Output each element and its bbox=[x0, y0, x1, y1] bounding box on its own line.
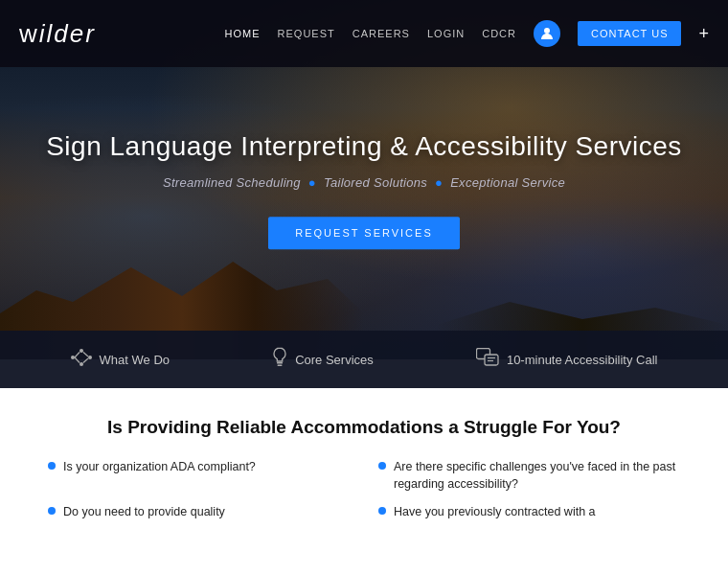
network-icon bbox=[71, 349, 92, 370]
svg-point-3 bbox=[80, 362, 83, 366]
svg-rect-10 bbox=[278, 365, 283, 367]
bullet-item-1: Are there specific challenges you've fac… bbox=[378, 459, 680, 493]
subtitle-part1: Streamlined Scheduling bbox=[163, 175, 301, 190]
bullet-text-0: Is your organization ADA compliant? bbox=[63, 459, 256, 476]
subtitle-part2: Tailored Solutions bbox=[324, 175, 427, 190]
nav-link-home[interactable]: HOME bbox=[225, 28, 261, 39]
svg-point-0 bbox=[544, 28, 550, 34]
bullet-item-3: Have you previously contracted with a bbox=[378, 504, 680, 521]
nav-links: HOME REQUEST CAREERS LOGIN CDCR CONTACT … bbox=[225, 20, 709, 47]
svg-point-2 bbox=[80, 349, 83, 353]
bullet-text-1: Are there specific challenges you've fac… bbox=[394, 459, 680, 493]
bar-item-accessibility-call[interactable]: 10-minute Accessibility Call bbox=[476, 348, 658, 371]
svg-line-8 bbox=[83, 358, 88, 363]
content-section: Is Providing Reliable Accommodations a S… bbox=[0, 388, 728, 540]
user-icon bbox=[534, 20, 560, 47]
nav-link-cdcr[interactable]: CDCR bbox=[482, 28, 516, 39]
chat-icon bbox=[476, 348, 499, 371]
bar-label-core-services: Core Services bbox=[295, 353, 374, 367]
nav-link-request[interactable]: REQUEST bbox=[278, 28, 335, 39]
content-title: Is Providing Reliable Accommodations a S… bbox=[48, 417, 680, 438]
dot1: ● bbox=[308, 175, 316, 190]
bar-item-what-we-do[interactable]: What We Do bbox=[71, 349, 170, 370]
nav-link-careers[interactable]: CAREERS bbox=[353, 28, 410, 39]
request-services-button[interactable]: REQUEST SERVICES bbox=[268, 217, 459, 249]
hero-content: Sign Language Interpreting & Accessibili… bbox=[36, 129, 692, 249]
bullet-dot-0 bbox=[48, 462, 56, 470]
lightbulb-icon bbox=[272, 347, 287, 372]
bar-item-core-services[interactable]: Core Services bbox=[272, 347, 374, 372]
svg-rect-9 bbox=[277, 362, 283, 364]
plus-button[interactable]: + bbox=[698, 24, 709, 44]
svg-point-1 bbox=[71, 356, 75, 359]
contact-button[interactable]: CONTACT US bbox=[578, 21, 682, 46]
bar-label-what-we-do: What We Do bbox=[100, 353, 170, 367]
navbar: wilder HOME REQUEST CAREERS LOGIN CDCR C… bbox=[0, 0, 728, 67]
subtitle-part3: Exceptional Service bbox=[450, 175, 565, 190]
svg-line-7 bbox=[83, 353, 88, 357]
svg-line-6 bbox=[75, 357, 80, 363]
bar-label-accessibility-call: 10-minute Accessibility Call bbox=[507, 353, 658, 367]
hero-title: Sign Language Interpreting & Accessibili… bbox=[36, 129, 692, 164]
nav-link-login[interactable]: LOGIN bbox=[427, 28, 465, 39]
svg-line-5 bbox=[75, 353, 80, 358]
logo: wilder bbox=[19, 19, 96, 49]
dot2: ● bbox=[435, 175, 443, 190]
bullet-item-2: Do you need to provide quality bbox=[48, 504, 350, 521]
bottom-bar: What We Do Core Services 10-minute Acces… bbox=[0, 331, 728, 388]
bullet-dot-1 bbox=[378, 462, 386, 470]
svg-rect-12 bbox=[485, 355, 498, 365]
bullet-item-0: Is your organization ADA compliant? bbox=[48, 459, 350, 493]
bullets-grid: Is your organization ADA compliant? Are … bbox=[48, 459, 680, 521]
bullet-text-3: Have you previously contracted with a bbox=[394, 504, 596, 521]
hero-subtitle: Streamlined Scheduling ● Tailored Soluti… bbox=[36, 175, 692, 190]
bullet-dot-3 bbox=[378, 507, 386, 515]
svg-point-4 bbox=[88, 356, 92, 359]
bullet-text-2: Do you need to provide quality bbox=[63, 504, 225, 521]
bullet-dot-2 bbox=[48, 507, 56, 515]
